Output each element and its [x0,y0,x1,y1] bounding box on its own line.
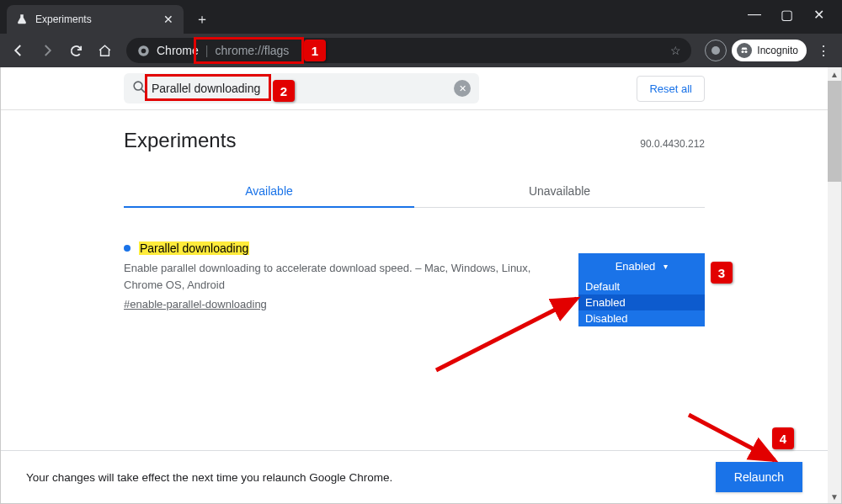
search-row: ✕ Reset all [1,67,828,110]
browser-tab[interactable]: Experiments ✕ [7,5,184,34]
page-body: Experiments 90.0.4430.212 Available Unav… [1,110,828,311]
close-tab-icon[interactable]: ✕ [162,11,175,28]
browser-window: ― ▢ ✕ Experiments ✕ ＋ [0,0,842,504]
flag-select: Enabled ▾ Default Enabled Disabled [578,253,705,279]
svg-point-3 [742,50,744,53]
flag-item: Parallel downloading Enable parallel dow… [124,208,705,311]
browser-menu-button[interactable]: ⋮ [812,43,835,59]
annotation-badge-3: 3 [711,262,733,284]
search-input[interactable] [152,73,449,103]
incognito-chip[interactable]: Incognito [732,40,807,61]
reload-button[interactable] [64,39,88,62]
minimize-button[interactable]: ― [746,7,763,23]
tracking-shield-icon[interactable] [705,40,727,61]
url-path: chrome://flags [215,44,289,57]
window-controls: ― ▢ ✕ [731,0,842,29]
reset-all-button[interactable]: Reset all [637,76,705,102]
flask-icon [15,13,29,26]
annotation-badge-4: 4 [772,427,794,449]
vertical-scrollbar[interactable]: ▲ ▼ [828,67,841,503]
chevron-down-icon: ▾ [663,262,668,271]
option-enabled[interactable]: Enabled [578,294,705,310]
incognito-label: Incognito [757,45,798,56]
flag-hash-link[interactable]: #enable-parallel-downloading [124,298,267,310]
relaunch-message: Your changes will take effect the next t… [26,471,392,484]
version-label: 90.0.4430.212 [640,138,705,150]
annotation-badge-1: 1 [304,40,326,61]
close-window-button[interactable]: ✕ [810,7,827,23]
url-separator: | [205,44,209,57]
page-header: Experiments 90.0.4430.212 [124,129,705,152]
forward-button[interactable] [35,39,59,62]
incognito-icon [737,43,752,58]
back-button[interactable] [7,39,30,62]
tab-available[interactable]: Available [124,176,414,208]
relaunch-bar: Your changes will take effect the next t… [1,450,828,503]
tab-bar: Available Unavailable [124,176,705,208]
flag-select-dropdown: Default Enabled Disabled [578,279,705,326]
tab-strip: Experiments ✕ ＋ [0,0,842,34]
svg-point-5 [134,82,142,90]
address-bar[interactable]: Chrome | chrome://flags ☆ [126,38,691,63]
new-tab-button[interactable]: ＋ [190,8,214,31]
scroll-up-arrow[interactable]: ▲ [828,67,841,81]
maximize-button[interactable]: ▢ [778,7,795,23]
tab-title: Experiments [35,13,155,25]
home-button[interactable] [93,39,116,62]
chrome-icon [136,44,150,57]
clear-search-icon[interactable]: ✕ [454,80,471,97]
flags-page: ✕ Reset all Experiments 90.0.4430.212 Av… [1,67,828,503]
page-viewport: ▲ ▼ ✕ Reset all Experiments 90.0.4430.21… [0,67,842,504]
modified-dot-icon [124,245,131,252]
page-title: Experiments [124,129,236,152]
flag-select-button[interactable]: Enabled ▾ [578,253,705,279]
flag-info: Parallel downloading Enable parallel dow… [124,241,562,311]
scrollbar-thumb[interactable] [828,81,841,182]
flag-name: Parallel downloading [139,241,249,255]
url-protocol-label: Chrome [157,44,199,57]
flag-select-value: Enabled [616,260,656,273]
option-disabled[interactable]: Disabled [578,310,705,326]
scroll-down-arrow[interactable]: ▼ [828,490,841,503]
browser-toolbar: Chrome | chrome://flags ☆ Incognito ⋮ [0,34,842,67]
svg-point-4 [745,50,748,53]
svg-point-2 [711,46,720,55]
relaunch-button[interactable]: Relaunch [716,462,802,492]
search-icon [132,80,147,98]
flag-description: Enable parallel downloading to accelerat… [124,260,553,293]
annotation-badge-2: 2 [273,80,295,102]
option-default[interactable]: Default [578,279,705,294]
search-box: ✕ [124,73,479,103]
tab-unavailable[interactable]: Unavailable [414,176,705,207]
svg-point-1 [141,48,146,53]
bookmark-star-icon[interactable]: ☆ [670,44,681,57]
